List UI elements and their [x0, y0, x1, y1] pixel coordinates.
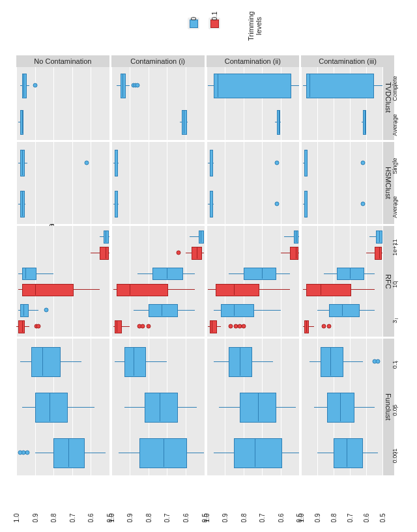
median — [22, 191, 23, 217]
median — [50, 393, 50, 421]
whisker — [182, 273, 195, 274]
facet-column-label: No Contamination — [16, 55, 109, 67]
facet-column-label: Contamination (iii) — [301, 55, 394, 67]
y-tick-label: 0.001 — [392, 449, 398, 464]
panel-RFC-1 — [111, 226, 205, 337]
plot-area — [111, 226, 205, 337]
whisker — [59, 361, 81, 362]
whisker — [20, 361, 31, 362]
plot-area — [207, 226, 300, 337]
x-tick-label: 0.8 — [50, 514, 57, 529]
median — [22, 320, 23, 332]
x-tick-label: 0.6 — [87, 514, 94, 529]
whisker — [190, 236, 199, 237]
y-tick-label: 0.05 — [392, 404, 398, 416]
y-tick-label: Average — [392, 196, 398, 217]
median — [160, 393, 160, 421]
legend-label-0: 0 — [190, 8, 197, 21]
plot-area — [111, 339, 205, 475]
y-tick-label: Complete — [392, 76, 398, 102]
panel-RFC-0 — [16, 226, 109, 337]
whisker — [72, 289, 100, 290]
outlier — [274, 160, 279, 165]
whisker — [66, 407, 94, 408]
median — [304, 191, 305, 217]
whisker — [214, 453, 234, 453]
box — [117, 284, 168, 297]
x-tick-col: 1.00.90.80.70.60.5 — [207, 510, 300, 532]
median — [115, 191, 115, 217]
median — [234, 284, 235, 296]
median — [25, 268, 26, 279]
outlier — [228, 324, 233, 329]
x-tick-label: 0.8 — [330, 514, 338, 529]
whisker — [317, 310, 328, 311]
whisker — [251, 361, 273, 362]
whisker — [362, 453, 378, 453]
median — [23, 74, 24, 96]
whisker — [186, 253, 192, 253]
y-tick-label: Average — [392, 114, 398, 135]
plot-area — [16, 67, 109, 140]
legend-item-1: 0.1 — [205, 7, 224, 29]
x-tick-label: 0.8 — [240, 514, 247, 529]
x-tick-label: 0.8 — [145, 514, 152, 529]
plot-area — [301, 226, 382, 337]
median — [258, 393, 259, 421]
box — [221, 304, 254, 317]
whisker — [177, 310, 195, 311]
whisker — [363, 273, 374, 274]
y-tick-label: 1e+11 — [392, 240, 398, 256]
box — [100, 247, 108, 260]
panel-Funclust-1 — [111, 339, 205, 475]
plot-area — [207, 142, 300, 224]
whisker — [309, 361, 321, 362]
whisker — [124, 407, 145, 408]
outlier — [33, 83, 37, 88]
plot-area — [16, 226, 109, 337]
outlier — [135, 83, 139, 88]
whisker — [167, 289, 195, 290]
median — [134, 347, 134, 376]
panel-RFC-3: RFC — [301, 226, 394, 337]
panel-RFC-2 — [207, 226, 300, 337]
median — [240, 347, 240, 376]
box — [306, 284, 351, 297]
median — [234, 304, 235, 316]
median — [201, 231, 201, 242]
whisker — [284, 236, 293, 237]
box — [234, 438, 281, 468]
outlier — [375, 359, 380, 363]
median — [210, 150, 210, 176]
x-tick-label: 0.9 — [126, 514, 134, 529]
x-tick-col: 1.00.90.80.70.60.5 — [111, 510, 205, 532]
median — [379, 231, 380, 242]
legend: Trimming levels 0 0.1 — [176, 3, 254, 49]
whisker — [219, 407, 239, 408]
whisker — [91, 253, 100, 253]
whisker — [281, 453, 300, 453]
median — [330, 347, 331, 376]
x-tick-label: 0.6 — [182, 514, 189, 529]
facet-column-label: Contamination (i) — [111, 55, 205, 67]
outlier — [326, 324, 331, 329]
x-tick-labels: 1.00.90.80.70.60.51.00.90.80.70.60.51.00… — [16, 510, 382, 532]
facet-column-label: Contamination (ii) — [207, 55, 300, 67]
outlier — [44, 308, 48, 313]
whisker — [121, 326, 130, 327]
whisker — [145, 361, 167, 362]
median — [42, 347, 43, 376]
panel-Funclust-0 — [16, 339, 109, 475]
median — [184, 110, 184, 133]
plot-area — [16, 339, 109, 475]
whisker — [208, 289, 215, 290]
panel-Funclust-3: Funclust — [301, 339, 394, 475]
whisker — [27, 310, 38, 311]
outlier — [141, 324, 145, 329]
median — [197, 247, 197, 259]
median — [306, 320, 307, 332]
whisker — [177, 407, 197, 408]
box — [35, 393, 68, 423]
whisker — [350, 289, 374, 290]
whisker — [275, 273, 290, 274]
